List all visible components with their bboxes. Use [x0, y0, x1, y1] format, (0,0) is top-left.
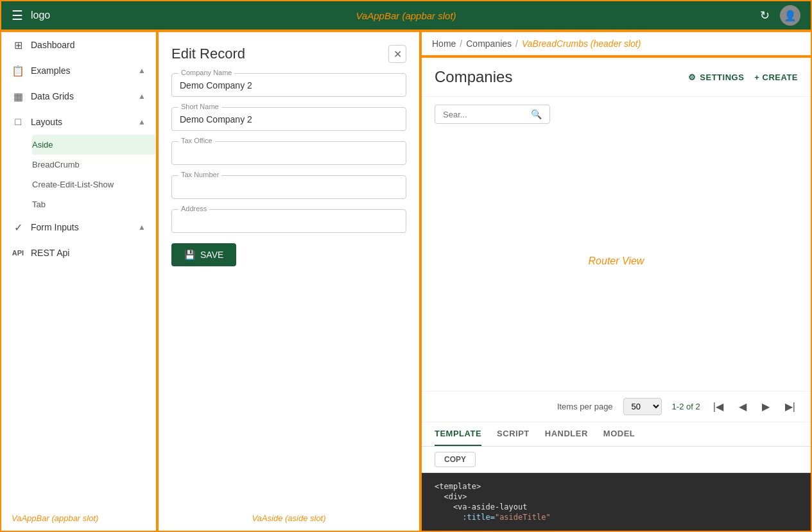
code-block: <template> <div> <va-aside-layout :title… — [422, 473, 811, 531]
tax-number-label: Tax Number — [178, 171, 221, 178]
sidebar-label-form-inputs: Form Inputs — [31, 222, 132, 232]
aside-form: Company Name Short Name Tax Office Tax N… — [159, 73, 419, 506]
short-name-input[interactable] — [180, 113, 398, 124]
short-name-label: Short Name — [178, 103, 221, 110]
sidebar-item-examples[interactable]: 📋 Examples ▲ — [1, 58, 156, 83]
sidebar-item-dashboard[interactable]: ⊞ Dashboard — [1, 32, 156, 58]
breadcrumb-companies[interactable]: Companies — [466, 39, 512, 49]
company-name-input[interactable] — [180, 79, 398, 90]
pagination-bar: Items per page 50 25 100 1-2 of 2 |◀ ◀ ▶… — [422, 391, 811, 422]
appbar-title: VaAppBar (appbar slot) — [356, 10, 456, 21]
avatar-icon: 👤 — [784, 10, 797, 22]
tax-number-field: Tax Number — [171, 175, 406, 199]
right-panel: Home / Companies / VaBreadCrumbs (header… — [420, 31, 812, 532]
search-wrapper: 🔍 — [435, 105, 550, 124]
app-bar: ☰ logo VaAppBar (appbar slot) ↻ 👤 — [0, 0, 812, 31]
layouts-icon: □ — [12, 116, 24, 128]
tab-template[interactable]: TEMPLATE — [435, 422, 481, 446]
sidebar-item-tab[interactable]: Tab — [32, 194, 156, 214]
settings-icon: ⚙ — [688, 73, 696, 82]
sidebar-item-data-grids[interactable]: ▦ Data Grids ▲ — [1, 83, 156, 109]
breadcrumb-slot-label: VaBreadCrumbs (header slot) — [522, 39, 641, 49]
short-name-field: Short Name — [171, 107, 406, 131]
create-button[interactable]: + CREATE — [754, 73, 798, 82]
sidebar-label-examples: Examples — [31, 65, 132, 76]
sidebar-label-rest-api: REST Api — [31, 248, 146, 258]
sidebar-sub-layouts: Aside BreadCrumb Create-Edit-List-Show T… — [1, 135, 156, 214]
tab-handler[interactable]: HANDLER — [545, 422, 588, 446]
sidebar-label-layouts: Layouts — [31, 117, 132, 127]
page-header: Companies ⚙ SETTINGS + CREATE — [422, 58, 811, 97]
code-tabs: TEMPLATE SCRIPT HANDLER MODEL — [422, 422, 811, 447]
tax-office-label: Tax Office — [178, 137, 215, 144]
tab-model[interactable]: MODEL — [603, 422, 635, 446]
sidebar: ⊞ Dashboard 📋 Examples ▲ ▦ Data Grids ▲ … — [0, 31, 157, 532]
sidebar-label-dashboard: Dashboard — [31, 40, 146, 50]
center-area: Edit Record ✕ Company Name Short Name Ta… — [157, 31, 812, 532]
sidebar-item-rest-api[interactable]: API REST Api — [1, 240, 156, 266]
chevron-down-icon: ▲ — [138, 92, 146, 101]
appbar-actions: ↻ 👤 — [760, 5, 800, 26]
tax-number-input[interactable] — [180, 181, 398, 193]
aside-footer-slot: VaAside (aside slot) — [159, 506, 419, 531]
aside-panel: Edit Record ✕ Company Name Short Name Ta… — [157, 31, 420, 532]
sidebar-label-data-grids: Data Grids — [31, 91, 132, 101]
create-label: + CREATE — [754, 73, 798, 82]
sidebar-item-form-inputs[interactable]: ✓ Form Inputs ▲ — [1, 214, 156, 240]
data-grids-icon: ▦ — [12, 90, 24, 103]
address-label: Address — [178, 205, 209, 212]
save-icon: 💾 — [184, 250, 195, 260]
tax-office-input[interactable] — [180, 147, 398, 159]
refresh-icon[interactable]: ↻ — [760, 8, 770, 22]
search-bar: 🔍 — [422, 97, 811, 132]
company-name-label: Company Name — [178, 69, 234, 76]
code-line-1: <template> — [435, 482, 798, 491]
main-content: Companies ⚙ SETTINGS + CREATE — [420, 56, 812, 532]
code-section: TEMPLATE SCRIPT HANDLER MODEL COPY <temp… — [422, 422, 811, 531]
tab-script[interactable]: SCRIPT — [497, 422, 530, 446]
prev-page-button[interactable]: ◀ — [736, 399, 749, 414]
page-title: Companies — [435, 68, 688, 86]
last-page-button[interactable]: ▶| — [782, 399, 798, 414]
api-icon: API — [12, 246, 24, 259]
chevron-up-icon: ▲ — [138, 66, 146, 75]
code-line-2: <div> — [435, 492, 798, 501]
chevron-up-icon-layouts: ▲ — [138, 117, 146, 126]
main-layout: ⊞ Dashboard 📋 Examples ▲ ▦ Data Grids ▲ … — [0, 31, 812, 532]
next-page-button[interactable]: ▶ — [759, 399, 772, 414]
form-inputs-icon: ✓ — [12, 221, 24, 234]
code-line-4: :title="asideTitle" — [435, 513, 798, 522]
code-toolbar: COPY — [422, 447, 811, 473]
copy-button[interactable]: COPY — [435, 452, 476, 467]
chevron-up-icon-form: ▲ — [138, 223, 146, 232]
breadcrumb-sep-2: / — [515, 39, 518, 49]
address-field: Address — [171, 209, 406, 233]
app-logo: logo — [31, 10, 50, 21]
company-name-field: Company Name — [171, 73, 406, 97]
pagination-info: 1-2 of 2 — [672, 402, 700, 411]
breadcrumb-bar: Home / Companies / VaBreadCrumbs (header… — [420, 31, 812, 56]
aside-header: Edit Record ✕ — [159, 32, 419, 73]
menu-icon[interactable]: ☰ — [12, 8, 23, 23]
save-button[interactable]: 💾 SAVE — [171, 243, 236, 266]
settings-button[interactable]: ⚙ SETTINGS — [688, 73, 745, 82]
avatar[interactable]: 👤 — [780, 5, 800, 26]
tax-office-field: Tax Office — [171, 141, 406, 165]
settings-label: SETTINGS — [700, 73, 744, 82]
items-per-page-label: Items per page — [557, 402, 613, 411]
breadcrumb-home[interactable]: Home — [432, 39, 456, 49]
aside-panel-title: Edit Record — [171, 46, 245, 62]
examples-icon: 📋 — [12, 64, 24, 77]
search-input[interactable] — [443, 110, 526, 119]
code-line-3: <va-aside-layout — [435, 502, 798, 511]
sidebar-item-create-edit-list-show[interactable]: Create-Edit-List-Show — [32, 175, 156, 194]
address-input[interactable] — [180, 215, 398, 227]
close-button[interactable]: ✕ — [388, 45, 406, 63]
dashboard-icon: ⊞ — [12, 39, 24, 51]
router-view: Router View — [422, 132, 811, 391]
sidebar-item-breadcrumb[interactable]: BreadCrumb — [32, 155, 156, 175]
sidebar-item-aside[interactable]: Aside — [32, 135, 156, 155]
first-page-button[interactable]: |◀ — [711, 399, 726, 414]
per-page-select[interactable]: 50 25 100 — [623, 398, 662, 415]
sidebar-item-layouts[interactable]: □ Layouts ▲ — [1, 109, 156, 135]
